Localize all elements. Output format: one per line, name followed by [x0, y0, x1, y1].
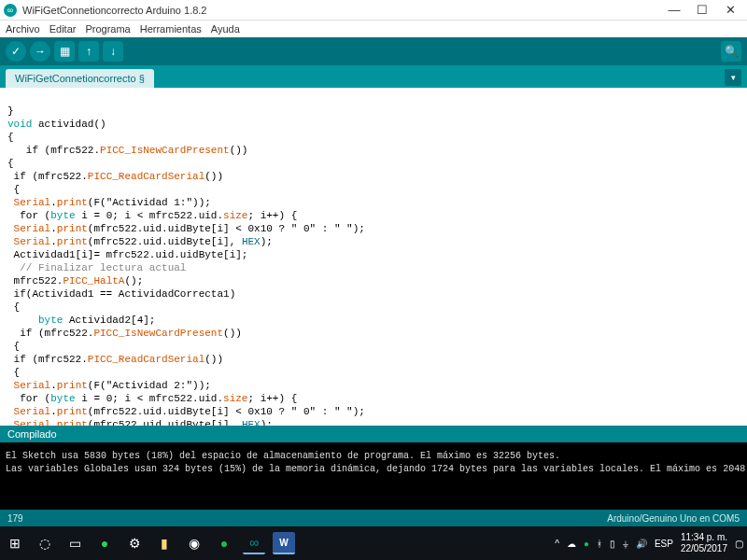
menu-programa[interactable]: Programa	[85, 23, 130, 35]
verify-button[interactable]: ✓	[6, 41, 26, 62]
search-icon[interactable]: ◌	[34, 532, 56, 554]
volume-icon[interactable]: 🔊	[636, 539, 647, 549]
word-icon[interactable]: W	[273, 532, 295, 554]
menu-archivo[interactable]: Archivo	[6, 23, 40, 35]
arduino-icon[interactable]: ∞	[243, 532, 265, 554]
notifications-icon[interactable]: ▢	[735, 539, 743, 549]
window-titlebar: WiFiGetConnetioncorrecto Arduino 1.8.2 —…	[0, 0, 747, 21]
board-port-info: Arduino/Genuino Uno en COM5	[607, 513, 740, 524]
arduino-app-icon	[4, 4, 17, 17]
bluetooth-icon[interactable]: ᚼ	[597, 539, 602, 549]
system-tray: ^ ☁ ● ᚼ ▯ ⏚ 🔊 ESP 11:34 p. m. 22/05/2017…	[555, 532, 743, 554]
tab-menu-button[interactable]: ▾	[725, 69, 741, 86]
tray-expand-icon[interactable]: ^	[555, 539, 559, 549]
minimize-button[interactable]: —	[669, 5, 680, 16]
menu-herramientas[interactable]: Herramientas	[140, 23, 202, 35]
clock[interactable]: 11:34 p. m. 22/05/2017	[681, 532, 727, 554]
output-console[interactable]: El Sketch usa 5830 bytes (18%) del espac…	[0, 442, 747, 510]
tab-bar: WiFiGetConnetioncorrecto § ▾	[0, 65, 747, 88]
menu-editar[interactable]: Editar	[49, 23, 77, 35]
footer-bar: 179 Arduino/Genuino Uno en COM5	[0, 510, 747, 526]
sketch-tab[interactable]: WiFiGetConnetioncorrecto §	[6, 69, 154, 88]
line-number: 179	[7, 513, 23, 524]
serial-monitor-button[interactable]: 🔍	[721, 41, 741, 62]
code-editor[interactable]: } void actividad() { if (mfrc522.PICC_Is…	[0, 88, 747, 426]
upload-button[interactable]: →	[30, 41, 50, 62]
close-button[interactable]: ✕	[725, 5, 736, 16]
save-button[interactable]: ↓	[103, 41, 123, 62]
console-line: Las variables Globales usan 324 bytes (1…	[6, 463, 741, 476]
status-bar: Compilado	[0, 426, 747, 442]
wifi-icon[interactable]: ⏚	[623, 539, 628, 549]
status-label: Compilado	[7, 428, 57, 440]
file-explorer-icon[interactable]: ▮	[153, 532, 176, 554]
onedrive-icon[interactable]: ☁	[567, 539, 576, 549]
new-button[interactable]: ▦	[54, 41, 75, 62]
tray-app-icon[interactable]: ●	[584, 539, 589, 549]
maximize-button[interactable]: ☐	[697, 5, 708, 16]
open-button[interactable]: ↑	[78, 41, 99, 62]
menu-ayuda[interactable]: Ayuda	[211, 23, 240, 35]
menu-bar: Archivo Editar Programa Herramientas Ayu…	[0, 21, 747, 37]
windows-taskbar: ⊞ ◌ ▭ ● ⚙ ▮ ◉ ● ∞ W ^ ☁ ● ᚼ ▯ ⏚ 🔊 ESP 11…	[0, 526, 747, 560]
window-title: WiFiGetConnetioncorrecto Arduino 1.8.2	[22, 5, 669, 16]
settings-icon[interactable]: ⚙	[123, 532, 146, 554]
console-line: El Sketch usa 5830 bytes (18%) del espac…	[6, 450, 741, 463]
battery-icon[interactable]: ▯	[610, 539, 615, 549]
spotify-icon[interactable]: ●	[213, 532, 235, 554]
language-indicator[interactable]: ESP	[655, 539, 673, 549]
chrome-icon[interactable]: ◉	[183, 532, 205, 554]
whatsapp-icon[interactable]: ●	[93, 532, 116, 554]
task-view-icon[interactable]: ▭	[63, 532, 86, 554]
toolbar: ✓ → ▦ ↑ ↓ 🔍	[0, 37, 747, 65]
start-button[interactable]: ⊞	[4, 532, 26, 554]
